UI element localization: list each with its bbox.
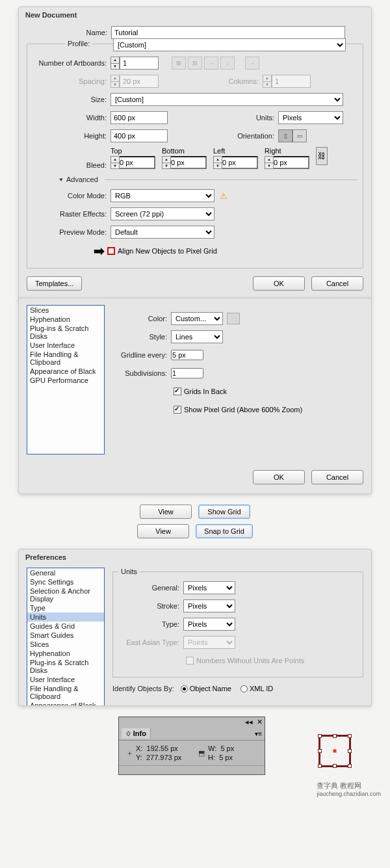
- bleed-top-label: Top: [110, 147, 155, 155]
- artboards-stepper[interactable]: ▲▼: [110, 57, 159, 70]
- h-label: H:: [208, 754, 215, 761]
- colormode-select[interactable]: RGB: [110, 189, 214, 202]
- objectname-radio[interactable]: [181, 685, 188, 692]
- gridsinback-label: Grids In Back: [184, 388, 227, 395]
- list-item[interactable]: User Interface: [27, 341, 104, 350]
- unit-gen-select[interactable]: Pixels: [183, 581, 235, 594]
- size-select[interactable]: [Custom]: [110, 93, 343, 106]
- list-item[interactable]: Slices: [27, 306, 104, 315]
- list-item[interactable]: Selection & Anchor Display: [27, 586, 104, 603]
- artboard-layout-4-icon: ↓: [220, 57, 235, 70]
- profile-label: Profile:: [68, 40, 90, 47]
- bleed-bottom-stepper[interactable]: ▲▼: [162, 156, 171, 169]
- show-grid-menu[interactable]: Show Grid: [198, 505, 250, 519]
- link-bleed-icon[interactable]: ⛓: [316, 147, 328, 165]
- xmlid-radio[interactable]: [240, 685, 248, 692]
- bleed-left-stepper[interactable]: ▲▼: [213, 156, 222, 169]
- list-item[interactable]: Hyphenation: [27, 649, 104, 658]
- list-item[interactable]: Type: [27, 603, 104, 612]
- advanced-toggle[interactable]: ▼ Advanced: [58, 176, 358, 183]
- orientation-landscape-icon[interactable]: ▭: [292, 129, 307, 142]
- units-legend: Units: [118, 568, 140, 575]
- w-value: 5 px: [220, 744, 234, 752]
- bleed-label: Bleed:: [32, 161, 110, 169]
- bleed-right-stepper[interactable]: ▲▼: [265, 156, 274, 169]
- raster-label: Raster Effects:: [32, 210, 110, 218]
- objectname-label: Object Name: [190, 685, 231, 692]
- close-panel-icon[interactable]: ✕: [257, 718, 263, 726]
- bleed-top-stepper[interactable]: ▲▼: [110, 156, 120, 169]
- list-item[interactable]: Hyphenation: [27, 315, 104, 324]
- list-item[interactable]: File Handling & Clipboard: [27, 350, 104, 367]
- spacing-stepper: ▲▼: [110, 75, 159, 88]
- align-checkbox[interactable]: [107, 247, 115, 255]
- nopts-label: Numbers Without Units Are Points: [196, 657, 304, 664]
- new-document-dialog: New Document Name: Profile: [Custom] Num…: [18, 7, 372, 300]
- gridsinback-checkbox[interactable]: [174, 388, 181, 395]
- orientation-portrait-icon[interactable]: ▯: [278, 129, 292, 142]
- preferences-grid-dialog: SlicesHyphenationPlug-ins & Scratch Disk…: [18, 298, 372, 494]
- info-tab[interactable]: ♢ Info: [122, 728, 151, 739]
- list-item[interactable]: General: [27, 568, 104, 577]
- profile-select[interactable]: [Custom]: [113, 38, 346, 51]
- view-menu-2[interactable]: View: [137, 524, 189, 538]
- unit-stroke-label: Stroke:: [118, 602, 183, 610]
- showpixelgrid-checkbox[interactable]: [174, 406, 181, 414]
- view-menu-1[interactable]: View: [140, 505, 192, 519]
- subdiv-input[interactable]: [171, 368, 203, 378]
- list-item[interactable]: GPU Performance: [27, 376, 104, 385]
- y-value: 277.973 px: [146, 754, 181, 761]
- collapse-icon[interactable]: ◂◂: [245, 718, 253, 726]
- templates-button[interactable]: Templates...: [27, 276, 82, 291]
- grid-color-select[interactable]: Custom...: [171, 312, 223, 325]
- grid-cancel-button[interactable]: Cancel: [311, 470, 363, 484]
- unit-stroke-select[interactable]: Pixels: [183, 599, 235, 612]
- list-item[interactable]: Guides & Grid: [27, 622, 104, 631]
- list-item[interactable]: Smart Guides: [27, 631, 104, 640]
- list-item[interactable]: Plug-ins & Scratch Disks: [27, 658, 104, 675]
- bleed-bottom-input[interactable]: [171, 156, 207, 169]
- artboards-input[interactable]: [120, 57, 159, 70]
- list-item[interactable]: File Handling & Clipboard: [27, 684, 104, 701]
- list-item[interactable]: Appearance of Black: [27, 367, 104, 376]
- list-item[interactable]: Slices: [27, 640, 104, 649]
- preview-select[interactable]: Default: [110, 226, 214, 239]
- preferences-units-dialog: Preferences GeneralSync SettingsSelectio…: [18, 549, 372, 706]
- grid-style-select[interactable]: Lines: [171, 330, 223, 343]
- units-fieldset: Units General:Pixels Stroke:Pixels Type:…: [112, 568, 363, 677]
- cancel-button[interactable]: Cancel: [311, 276, 363, 291]
- units-select[interactable]: Pixels: [278, 111, 343, 124]
- list-item[interactable]: Sync Settings: [27, 577, 104, 586]
- color-swatch-icon[interactable]: [227, 313, 240, 324]
- bleed-left-input[interactable]: [222, 156, 258, 169]
- align-label: Align New Objects to Pixel Grid: [118, 247, 217, 255]
- panel-menu-icon[interactable]: ▾≡: [255, 730, 262, 737]
- prefs-list-units[interactable]: GeneralSync SettingsSelection & Anchor D…: [27, 568, 105, 705]
- size-label: Size:: [32, 96, 110, 103]
- width-label: Width:: [32, 114, 110, 122]
- main-group: Profile: [Custom] Number of Artboards: ▲…: [27, 44, 363, 269]
- grid-ok-button[interactable]: OK: [253, 470, 305, 484]
- snap-to-grid-menu[interactable]: Snap to Grid: [196, 524, 253, 538]
- ok-button[interactable]: OK: [253, 276, 305, 291]
- height-label: Height:: [32, 132, 110, 140]
- list-item[interactable]: Appearance of Black: [27, 701, 104, 705]
- grid-style-label: Style:: [112, 333, 171, 341]
- unit-eat-select: Points: [183, 636, 235, 649]
- unit-type-select[interactable]: Pixels: [183, 618, 235, 631]
- list-item[interactable]: Plug-ins & Scratch Disks: [27, 324, 104, 341]
- bleed-right-label: Right: [265, 147, 309, 155]
- list-item[interactable]: User Interface: [27, 675, 104, 684]
- prefs-list-grid[interactable]: SlicesHyphenationPlug-ins & Scratch Disk…: [27, 305, 105, 454]
- bleed-top-input[interactable]: [120, 156, 155, 169]
- list-item[interactable]: Units: [27, 612, 104, 622]
- watermark: 查字典 教程网 jiaocheng.chazidian.com: [317, 781, 381, 797]
- name-input[interactable]: [111, 26, 345, 39]
- raster-select[interactable]: Screen (72 ppi): [110, 207, 214, 220]
- nopts-checkbox: [186, 657, 194, 664]
- height-input[interactable]: [110, 129, 168, 142]
- gridline-input[interactable]: [171, 350, 203, 360]
- width-input[interactable]: [110, 111, 168, 124]
- showpixelgrid-label: Show Pixel Grid (Above 600% Zoom): [184, 406, 302, 414]
- bleed-right-input[interactable]: [274, 156, 309, 169]
